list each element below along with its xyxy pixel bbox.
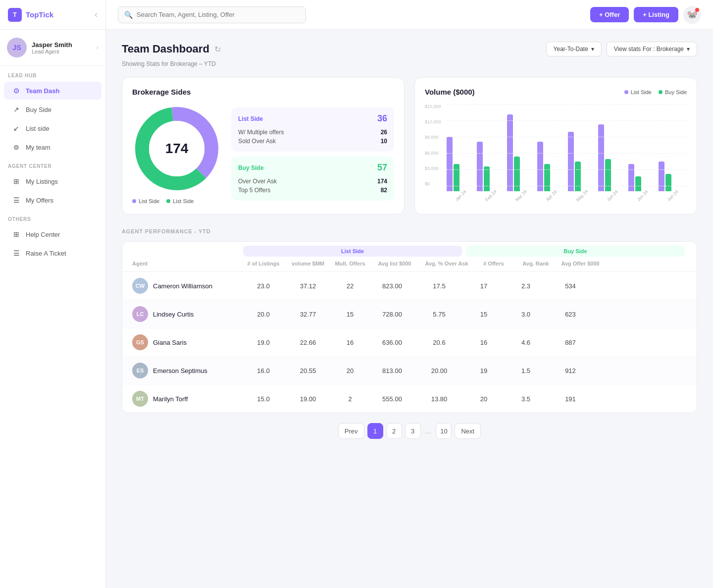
bar-group-may	[568, 132, 596, 191]
cards-row: Brokerage Sides 174	[122, 77, 697, 214]
sold-over-ask-row: Sold Over Ask 10	[238, 137, 387, 146]
bar-buy-may	[575, 161, 581, 191]
agent-performance-label: AGENT PERFORMANCE - YTD	[122, 228, 697, 234]
sidebar-item-label: Help Center	[26, 231, 60, 238]
sidebar-item-help-center[interactable]: ⊞ Help Center	[4, 225, 102, 243]
cell-num-listings: 19.0	[241, 339, 286, 346]
user-name: Jasper Smith	[32, 41, 92, 49]
sidebar-item-team-dash[interactable]: ⊙ Team Dash	[4, 82, 102, 100]
cell-avg-pct: 20.6	[414, 339, 464, 346]
pagination: Prev 1 2 3 ... 10 Next	[122, 423, 697, 439]
profile-chevron-icon: ›	[97, 44, 99, 51]
help-center-icon: ⊞	[12, 230, 21, 239]
user-profile[interactable]: JS Jasper Smith Lead Agent ›	[0, 30, 105, 66]
prev-page-button[interactable]: Prev	[338, 423, 364, 439]
my-team-icon: ⊚	[12, 143, 21, 152]
table-row: CW Cameron Williamson 23.0 37.12 22 823.…	[122, 272, 697, 300]
sidebar-item-my-offers[interactable]: ☰ My Offers	[4, 191, 102, 209]
collapse-button[interactable]: ‹	[95, 9, 98, 20]
table-row: MT Marilyn Torff 15.0 19.00 2 555.00 13.…	[122, 385, 697, 413]
team-dash-icon: ⊙	[12, 86, 21, 95]
table-row: ES Emerson Septimus 16.0 20.55 20 813.00…	[122, 357, 697, 385]
page-title: Team Dashboard	[122, 43, 209, 55]
buy-side-group-header: Buy Side	[466, 246, 685, 257]
avatar: JS	[7, 38, 27, 57]
cell-num-listings: 23.0	[241, 282, 286, 290]
page-content: Team Dashboard ↻ Year-To-Date ▾ View sta…	[106, 30, 713, 588]
sidebar-item-label: Team Dash	[26, 87, 59, 95]
page-header: Team Dashboard ↻ Year-To-Date ▾ View sta…	[122, 42, 697, 56]
agent-cell: GS Giana Saris	[132, 334, 241, 350]
cell-avg-pct: 13.80	[414, 395, 464, 403]
agent-avatar: GS	[132, 334, 148, 350]
search-input[interactable]	[137, 11, 300, 18]
agent-name: Giana Saris	[153, 339, 187, 346]
cell-avg-pct: 20.00	[414, 367, 464, 374]
sidebar-item-my-listings[interactable]: ⊞ My Listings	[4, 172, 102, 190]
sidebar-item-label: My team	[26, 144, 51, 151]
multiple-offers-row: W/ Multiple offers 26	[238, 128, 387, 137]
refresh-icon[interactable]: ↻	[214, 45, 221, 54]
bar-buy-apr	[544, 164, 550, 191]
cell-mult-offers: 15	[330, 311, 370, 318]
col-header-avg-pct: Avg. % Over Ask	[419, 261, 474, 267]
cell-num-offers: 20	[464, 395, 504, 403]
sidebar-item-buy-side[interactable]: ↗ Buy Side	[4, 101, 102, 118]
cell-avg-rank: 2.3	[504, 282, 548, 290]
top-header: 🔍 + Offer + Listing 🐭	[106, 0, 713, 30]
volume-legend-list: List Side	[624, 89, 652, 95]
page-1-button[interactable]: 1	[367, 423, 383, 439]
cell-avg-list: 813.00	[370, 367, 414, 374]
agent-performance-table: List Side Buy Side Agent # of Listings v…	[122, 241, 697, 413]
bar-list-mar	[507, 114, 513, 191]
my-listings-icon: ⊞	[12, 177, 21, 186]
page-10-button[interactable]: 10	[436, 423, 452, 439]
cell-avg-offer: 534	[548, 282, 593, 290]
listing-button[interactable]: + Listing	[634, 7, 678, 22]
brokerage-inner: 174 List Side List Side	[132, 104, 394, 204]
sidebar-item-raise-ticket[interactable]: ☰ Raise A Ticket	[4, 244, 102, 262]
nav-section-others: OTHERS	[0, 210, 105, 225]
search-icon: 🔍	[124, 11, 133, 19]
bar-list-apr	[537, 142, 543, 191]
my-offers-icon: ☰	[12, 196, 21, 205]
bar-buy-jun	[605, 159, 611, 191]
cell-avg-list: 636.00	[370, 339, 414, 346]
next-page-button[interactable]: Next	[455, 423, 481, 439]
list-side-label: List Side	[238, 115, 263, 122]
volume-chart-card: Volume ($000) List Side Buy Side	[414, 77, 697, 214]
sidebar-item-my-team[interactable]: ⊚ My team	[4, 138, 102, 156]
nav-section-agent-center: AGENT CENTER	[0, 157, 105, 172]
brokerage-card-title: Brokerage Sides	[132, 88, 394, 96]
agent-name: Lindsey Curtis	[153, 311, 194, 318]
offer-button[interactable]: + Offer	[590, 7, 629, 22]
cell-mult-offers: 22	[330, 282, 370, 290]
volume-chart-title: Volume ($000)	[425, 88, 475, 96]
main-area: 🔍 + Offer + Listing 🐭 Team Dashboard ↻ Y…	[106, 0, 713, 588]
agent-avatar: CW	[132, 278, 148, 294]
notifications-button[interactable]: 🐭	[683, 6, 701, 24]
legend-buy-dot	[166, 199, 170, 203]
sidebar-item-label: Raise A Ticket	[26, 250, 66, 257]
sidebar-item-label: My Listings	[26, 178, 58, 185]
period-filter-button[interactable]: Year-To-Date ▾	[546, 42, 602, 56]
cell-num-offers: 16	[464, 339, 504, 346]
page-3-button[interactable]: 3	[405, 423, 421, 439]
search-box[interactable]: 🔍	[118, 6, 306, 23]
brokerage-sides-card: Brokerage Sides 174	[122, 77, 405, 214]
table-row: GS Giana Saris 19.0 22.66 16 636.00 20.6…	[122, 328, 697, 357]
sidebar-item-label: List side	[26, 125, 50, 132]
cell-volume: 32.77	[286, 311, 330, 318]
period-filter-chevron-icon: ▾	[591, 46, 594, 53]
cell-num-offers: 17	[464, 282, 504, 290]
page-2-button[interactable]: 2	[386, 423, 402, 439]
view-stats-filter-button[interactable]: View stats For : Brokerage ▾	[607, 42, 697, 56]
agent-avatar: MT	[132, 391, 148, 407]
agent-avatar: LC	[132, 306, 148, 322]
agent-cell: LC Lindsey Curtis	[132, 306, 241, 322]
agent-name: Marilyn Torff	[153, 395, 188, 403]
sidebar-item-list-side[interactable]: ↙ List side	[4, 119, 102, 137]
cell-volume: 37.12	[286, 282, 330, 290]
cell-mult-offers: 16	[330, 339, 370, 346]
user-role: Lead Agent	[32, 49, 92, 54]
